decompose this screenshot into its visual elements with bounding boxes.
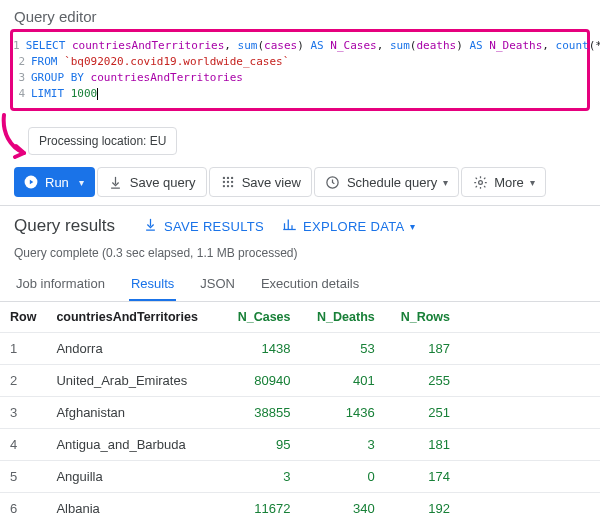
run-button[interactable]: Run ▾ [14,167,95,197]
cell-n-rows: 174 [385,461,460,493]
processing-location-box: Processing location: EU [28,127,177,155]
cell-countries: Afghanistan [46,397,221,429]
results-header: Query results SAVE RESULTS EXPLORE DATA … [0,206,600,242]
chevron-down-icon: ▾ [410,221,415,232]
save-view-button[interactable]: Save view [209,167,312,197]
panel-title: Query editor [0,0,600,29]
cell-countries: Andorra [46,333,221,365]
table-row[interactable]: 2United_Arab_Emirates80940401255 [0,365,600,397]
cell-n-cases: 1438 [222,333,301,365]
svg-point-5 [226,181,228,183]
query-status: Query complete (0.3 sec elapsed, 1.1 MB … [0,242,600,268]
table-row[interactable]: 5Anguilla30174 [0,461,600,493]
play-icon [23,174,39,190]
more-label: More [494,175,524,190]
clock-icon [325,174,341,190]
sql-editor[interactable]: 1SELECT countriesAndTerritories, sum(cas… [10,29,590,111]
cell-n-rows: 181 [385,429,460,461]
line-number: 2 [13,54,31,70]
save-query-label: Save query [130,175,196,190]
save-results-button[interactable]: SAVE RESULTS [143,217,264,235]
schedule-query-label: Schedule query [347,175,437,190]
svg-point-8 [226,185,228,187]
row-number: 1 [0,333,46,365]
save-view-label: Save view [242,175,301,190]
chevron-down-icon: ▾ [530,177,535,188]
code-line[interactable]: SELECT countriesAndTerritories, sum(case… [26,38,600,54]
results-tabs: Job information Results JSON Execution d… [0,268,600,302]
cell-countries: Anguilla [46,461,221,493]
table-row[interactable]: 6Albania11672340192 [0,493,600,519]
cell-n-deaths: 53 [301,333,385,365]
row-number: 5 [0,461,46,493]
chevron-down-icon: ▾ [79,177,84,188]
cell-n-rows: 187 [385,333,460,365]
gear-icon [472,174,488,190]
results-title: Query results [14,216,115,236]
run-label: Run [45,175,69,190]
cell-n-rows: 251 [385,397,460,429]
column-n-deaths[interactable]: N_Deaths [301,302,385,333]
code-line[interactable]: GROUP BY countriesAndTerritories [31,70,243,86]
svg-point-11 [478,180,482,184]
grid-icon [220,174,236,190]
explore-data-button[interactable]: EXPLORE DATA ▾ [282,217,416,235]
table-row[interactable]: 3Afghanistan388551436251 [0,397,600,429]
results-table: Row countriesAndTerritories N_Cases N_De… [0,302,600,518]
cell-countries: Albania [46,493,221,519]
text-caret [97,88,98,100]
svg-point-2 [226,177,228,179]
chart-icon [282,217,297,235]
svg-point-9 [231,185,233,187]
column-n-cases[interactable]: N_Cases [222,302,301,333]
code-line[interactable]: LIMIT 1000 [31,86,98,102]
svg-point-7 [222,185,224,187]
cell-n-cases: 38855 [222,397,301,429]
table-row[interactable]: 4Antigua_and_Barbuda953181 [0,429,600,461]
cell-n-cases: 3 [222,461,301,493]
save-results-label: SAVE RESULTS [164,219,264,234]
column-countries[interactable]: countriesAndTerritories [46,302,221,333]
cell-n-cases: 11672 [222,493,301,519]
svg-point-3 [231,177,233,179]
line-number: 4 [13,86,31,102]
download-icon [108,174,124,190]
tab-job-information[interactable]: Job information [14,268,107,301]
svg-point-6 [231,181,233,183]
more-button[interactable]: More ▾ [461,167,546,197]
column-row[interactable]: Row [0,302,46,333]
cell-n-rows: 255 [385,365,460,397]
editor-toolbar: Run ▾ Save query Save view Schedule quer… [0,161,600,206]
svg-point-4 [222,181,224,183]
tab-results[interactable]: Results [129,268,176,301]
cell-n-deaths: 401 [301,365,385,397]
cell-n-rows: 192 [385,493,460,519]
cell-n-cases: 80940 [222,365,301,397]
svg-point-1 [222,177,224,179]
cell-countries: United_Arab_Emirates [46,365,221,397]
tab-json[interactable]: JSON [198,268,237,301]
row-number: 4 [0,429,46,461]
cell-n-deaths: 340 [301,493,385,519]
explore-data-label: EXPLORE DATA [303,219,404,234]
chevron-down-icon: ▾ [443,177,448,188]
cell-n-deaths: 0 [301,461,385,493]
column-n-rows[interactable]: N_Rows [385,302,460,333]
save-query-button[interactable]: Save query [97,167,207,197]
table-row[interactable]: 1Andorra143853187 [0,333,600,365]
row-number: 6 [0,493,46,519]
row-number: 3 [0,397,46,429]
line-number: 1 [13,38,26,54]
cell-n-deaths: 1436 [301,397,385,429]
cell-n-deaths: 3 [301,429,385,461]
cell-n-cases: 95 [222,429,301,461]
cell-countries: Antigua_and_Barbuda [46,429,221,461]
line-number: 3 [13,70,31,86]
schedule-query-button[interactable]: Schedule query ▾ [314,167,459,197]
tab-execution-details[interactable]: Execution details [259,268,361,301]
code-line[interactable]: FROM `bq092020.covid19.worldwide_cases` [31,54,289,70]
download-icon [143,217,158,235]
row-number: 2 [0,365,46,397]
